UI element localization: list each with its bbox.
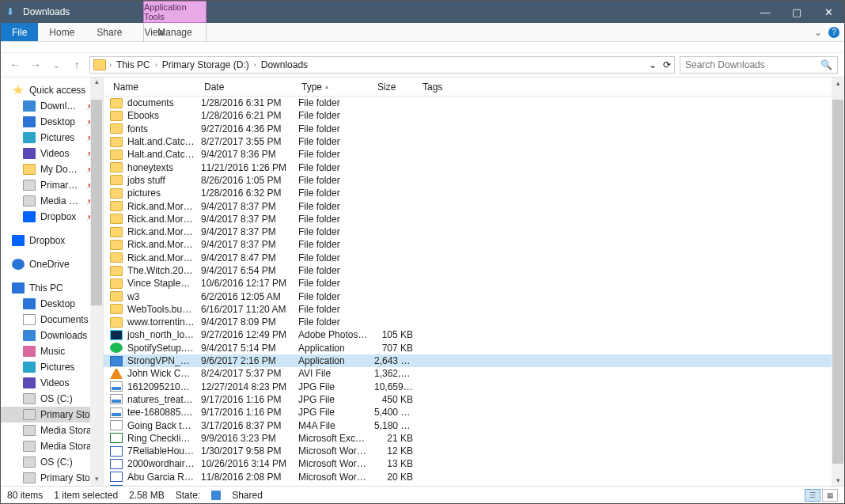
scroll-thumb[interactable]	[832, 100, 843, 464]
breadcrumb-bar[interactable]: › This PC › Primary Storage (D:) › Downl…	[89, 56, 675, 74]
nav-item[interactable]: Videos	[1, 375, 103, 391]
file-row[interactable]: Going Back to Calif...3/17/2016 8:37 PMM…	[104, 419, 844, 431]
file-row[interactable]: Rick.and.Morty.S03...9/4/2017 8:37 PMFil…	[104, 199, 844, 212]
col-tags[interactable]: Tags	[419, 81, 467, 93]
nav-item[interactable]: Downloads	[1, 328, 103, 343]
nav-item[interactable]: Pictures	[1, 359, 103, 375]
nav-item[interactable]: Dropbox📌	[1, 209, 103, 225]
close-button[interactable]: ✕	[813, 1, 844, 23]
file-row[interactable]: www.torrenting.co...9/4/2017 8:09 PMFile…	[104, 316, 844, 328]
search-box[interactable]: 🔍	[680, 56, 838, 74]
file-row[interactable]: Rick.and.Morty.S03...9/4/2017 8:37 PMFil…	[104, 238, 844, 251]
expand-ribbon-icon[interactable]: ⌄	[814, 27, 822, 38]
tab-manage[interactable]: Manage	[143, 23, 207, 42]
scroll-up-icon[interactable]: ▴	[836, 78, 840, 89]
nav-item[interactable]: OS (C:)	[1, 391, 103, 407]
file-row[interactable]: John Wick Chapter ...8/24/2017 5:37 PMAV…	[104, 367, 844, 380]
tab-share[interactable]: Share	[85, 23, 133, 41]
nav-item[interactable]: OS (C:)	[1, 454, 103, 470]
file-row[interactable]: StrongVPN_Win-lat...9/6/2017 2:16 PMAppl…	[104, 354, 844, 367]
nav-item[interactable]: Primary Stora📌	[1, 177, 103, 193]
scroll-thumb[interactable]	[91, 100, 102, 305]
nav-item[interactable]: Primary Storage (D	[1, 470, 103, 486]
context-tab-application-tools[interactable]: Application Tools	[143, 1, 207, 23]
col-date[interactable]: Date	[201, 81, 298, 93]
file-row[interactable]: Ebooks1/28/2016 6:21 PMFile folder	[104, 109, 844, 122]
nav-item[interactable]: Music	[1, 343, 103, 359]
nav-item[interactable]: Downloads📌	[1, 98, 103, 114]
col-size[interactable]: Size	[374, 81, 419, 93]
nav-item[interactable]: Documents	[1, 312, 103, 328]
nav-item[interactable]: Media Storage (E	[1, 423, 103, 438]
docx-icon	[110, 459, 123, 469]
thumbnails-view-button[interactable]: ▦	[822, 489, 838, 502]
refresh-button[interactable]: ⟳	[663, 59, 671, 70]
crumb-drive[interactable]: Primary Storage (D:)	[159, 59, 252, 70]
file-row[interactable]: fonts9/27/2016 4:36 PMFile folder	[104, 123, 844, 135]
file-row[interactable]: honeytexts11/21/2016 1:26 PMFile folder	[104, 161, 844, 173]
file-row[interactable]: tee-1680885.jpg9/17/2016 1:16 PMJPG File…	[104, 406, 844, 419]
chevron-icon[interactable]: ›	[254, 61, 256, 69]
maximize-button[interactable]: ▢	[781, 1, 813, 23]
nav-item[interactable]: Desktop	[1, 296, 103, 312]
file-row[interactable]: Halt.and.Catch.Fire...9/4/2017 8:36 PMFi…	[104, 148, 844, 161]
nav-item[interactable]: OneDrive	[1, 256, 103, 272]
file-row[interactable]: josh_north_logo_2...9/27/2016 12:49 PMAd…	[104, 328, 844, 341]
nav-item[interactable]: Media Storag📌	[1, 193, 103, 209]
back-button[interactable]: ←	[7, 57, 23, 73]
file-row[interactable]: Vince Staples - Sum...10/6/2016 12:17 PM…	[104, 277, 844, 290]
file-row[interactable]: Halt.and.Catch.Fire...8/27/2017 3:55 PMF…	[104, 135, 844, 148]
file-row[interactable]: natures_treatments...9/17/2016 1:16 PMJP…	[104, 393, 844, 406]
scroll-down-icon[interactable]: ▾	[836, 475, 840, 486]
scroll-down-icon[interactable]: ▾	[95, 475, 99, 486]
address-dropdown-icon[interactable]: ⌄	[649, 59, 657, 70]
tab-home[interactable]: Home	[38, 23, 85, 41]
file-row[interactable]: Bazooka-Story-Sem...9/30/2016 4:36 PMMic…	[104, 483, 844, 486]
file-row[interactable]: documents1/28/2016 6:31 PMFile folder	[104, 97, 844, 109]
details-view-button[interactable]: ☰	[805, 489, 820, 502]
file-row[interactable]: WebTools.bundle6/16/2017 11:20 AMFile fo…	[104, 303, 844, 316]
forward-button[interactable]: →	[28, 57, 44, 73]
nav-item[interactable]: Quick access	[1, 82, 103, 98]
filelist-scrollbar[interactable]: ▴ ▾	[832, 78, 844, 486]
nav-item[interactable]: Dropbox	[1, 233, 103, 248]
file-row[interactable]: Rick.and.Morty.S03...9/4/2017 8:37 PMFil…	[104, 225, 844, 238]
navigation-pane[interactable]: Quick accessDownloads📌Desktop📌Pictures📌V…	[1, 78, 104, 486]
nav-item-label: Downloads	[40, 100, 81, 112]
search-icon[interactable]: 🔍	[820, 59, 832, 70]
file-row[interactable]: pictures1/28/2016 6:32 PMFile folder	[104, 187, 844, 199]
scroll-up-icon[interactable]: ▴	[95, 78, 99, 89]
nav-item[interactable]: Videos📌	[1, 146, 103, 161]
col-name[interactable]: Name	[110, 81, 201, 93]
recent-locations-button[interactable]: ⌄	[48, 57, 64, 73]
minimize-button[interactable]: —	[749, 1, 781, 23]
file-row[interactable]: 2000wordhaircareg...10/26/2016 3:14 PMMi…	[104, 457, 844, 470]
sidebar-scrollbar[interactable]: ▴ ▾	[90, 78, 103, 486]
nav-item[interactable]: This PC	[1, 280, 103, 296]
file-row[interactable]: 7ReliableHousePain...1/30/2017 9:58 PMMi…	[104, 445, 844, 457]
nav-item[interactable]: Primary Storage	[1, 407, 103, 423]
crumb-this-pc[interactable]: This PC	[113, 59, 153, 70]
help-button[interactable]: ?	[828, 27, 839, 38]
chevron-icon[interactable]: ›	[155, 61, 157, 69]
nav-item[interactable]: Pictures📌	[1, 130, 103, 146]
file-row[interactable]: Rick.and.Morty.S03...9/4/2017 8:37 PMFil…	[104, 213, 844, 225]
nav-item[interactable]: Desktop📌	[1, 114, 103, 130]
file-row[interactable]: 16120952102_dcf13...12/27/2014 8:23 PMJP…	[104, 381, 844, 393]
search-input[interactable]	[685, 59, 812, 70]
file-row[interactable]: w36/2/2016 12:05 AMFile folder	[104, 290, 844, 302]
file-row[interactable]: The.Witch.2015.108...9/4/2017 6:54 PMFil…	[104, 264, 844, 277]
tab-file[interactable]: File	[1, 23, 38, 41]
file-row[interactable]: Rick.and.Morty.S03...9/4/2017 8:47 PMFil…	[104, 252, 844, 264]
file-row[interactable]: jobs stuff8/26/2016 1:05 PMFile folder	[104, 174, 844, 187]
nav-item[interactable]: My Documen📌	[1, 161, 103, 177]
crumb-folder[interactable]: Downloads	[258, 59, 311, 70]
file-row[interactable]: Ring Checklist For ...9/9/2016 3:23 PMMi…	[104, 432, 844, 445]
cell-name: Vince Staples - Sum...	[127, 278, 201, 289]
file-row[interactable]: Abu Garcia Rods.do...11/8/2016 2:08 PMMi…	[104, 471, 844, 483]
up-button[interactable]: ↑	[69, 57, 85, 73]
chevron-icon[interactable]: ›	[109, 61, 112, 69]
col-type[interactable]: Type▴	[298, 81, 374, 93]
file-row[interactable]: SpotifySetup.exe9/4/2017 5:14 PMApplicat…	[104, 342, 844, 354]
nav-item[interactable]: Media Storage (E:)	[1, 438, 103, 454]
